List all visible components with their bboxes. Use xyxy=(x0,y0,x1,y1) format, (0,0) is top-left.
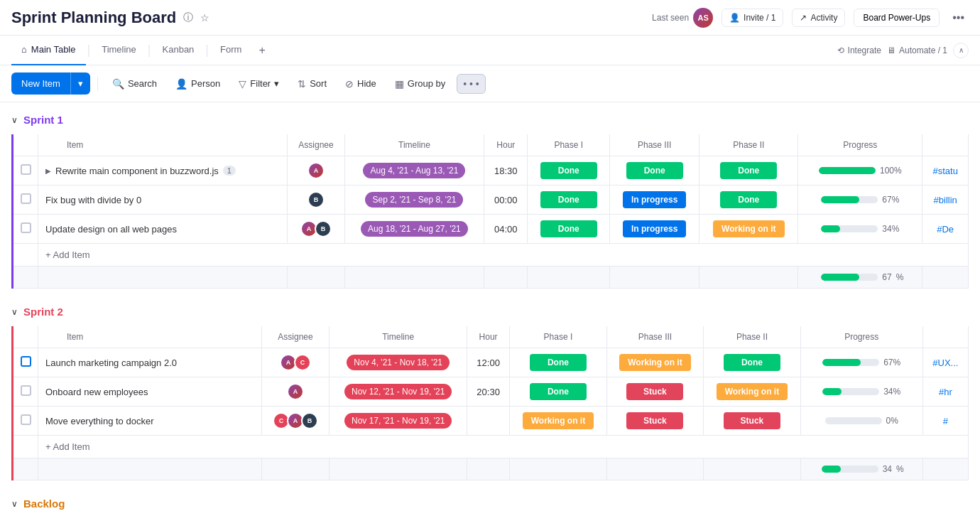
col-hour: Hour xyxy=(467,326,510,348)
board-title: Sprint Planning Board xyxy=(11,9,176,27)
phase1-badge: Working on it xyxy=(523,412,594,429)
header-right: Last seen AS 👤 Invite / 1 ↗ Activity Boa… xyxy=(652,8,969,28)
add-item-label[interactable]: + Add Item xyxy=(38,244,969,267)
nav-tabs-left: ⌂ Main Table | Timeline | Kanban | Form … xyxy=(11,36,273,65)
activity-button[interactable]: ↗ Activity xyxy=(792,9,845,27)
filter-label: Filter xyxy=(250,78,271,89)
row-checkbox[interactable] xyxy=(21,193,31,204)
info-icon[interactable]: ⓘ xyxy=(183,11,193,24)
hide-button[interactable]: ⊘ Hide xyxy=(338,74,383,94)
phase2-cell: Done xyxy=(704,348,801,377)
invite-label: Invite / 1 xyxy=(744,13,775,23)
phase3-badge: In progress xyxy=(623,220,686,237)
add-view-button[interactable]: + xyxy=(251,36,272,65)
star-icon[interactable]: ☆ xyxy=(200,12,209,23)
tab-kanban[interactable]: Kanban xyxy=(153,36,205,65)
progress-bar xyxy=(821,196,878,203)
hour-cell: 18:30 xyxy=(484,156,528,186)
sprint1-header[interactable]: ∨ Sprint 1 xyxy=(11,114,969,126)
col-phase3: Phase III xyxy=(610,134,699,156)
row-checkbox[interactable] xyxy=(21,414,31,425)
group-by-label: Group by xyxy=(408,78,445,89)
invite-button[interactable]: 👤 Invite / 1 xyxy=(722,9,783,27)
integrate-button[interactable]: ⟲ Integrate xyxy=(837,45,881,55)
progress-bar xyxy=(821,225,878,232)
timeline-cell: Sep 2, '21 - Sep 8, '21 xyxy=(344,186,484,215)
avatar: A xyxy=(287,383,304,400)
col-tag xyxy=(922,326,968,348)
add-item-row[interactable]: + Add Item xyxy=(13,244,969,267)
tab-divider-1: | xyxy=(87,43,91,58)
hour-cell xyxy=(467,407,510,436)
col-tag xyxy=(922,134,969,156)
phase2-cell: Working on it xyxy=(699,215,798,244)
sprint2-header[interactable]: ∨ Sprint 2 xyxy=(11,306,969,318)
phase2-badge: Working on it xyxy=(717,383,788,400)
group-by-icon: ▦ xyxy=(395,78,404,90)
tag-cell[interactable]: #De xyxy=(922,215,969,244)
collapse-nav-button[interactable]: ∧ xyxy=(953,43,969,58)
power-ups-button[interactable]: Board Power-Ups xyxy=(854,9,940,27)
tab-form-label: Form xyxy=(220,44,241,55)
row-checkbox[interactable] xyxy=(21,356,31,367)
sprint2-summary-row: 34% xyxy=(13,458,969,480)
tab-main-table[interactable]: ⌂ Main Table xyxy=(11,36,86,65)
timeline-pill: Aug 18, '21 - Aug 27, '21 xyxy=(361,221,468,237)
search-button[interactable]: 🔍 Search xyxy=(105,74,164,94)
progress-cell: 67% xyxy=(798,267,922,289)
phase1-cell: Done xyxy=(528,215,610,244)
item-name-text: Rewrite main component in buzzword.js xyxy=(55,166,219,176)
automate-button[interactable]: 🖥 Automate / 1 xyxy=(887,45,947,55)
new-item-chevron-icon[interactable]: ▾ xyxy=(70,72,90,95)
item-name-text: Fix bug with divide by 0 xyxy=(45,195,141,205)
row-checkbox[interactable] xyxy=(21,222,31,233)
progress-pct: 100% xyxy=(880,166,902,176)
timeline-cell: Nov 4, '21 - Nov 18, '21 xyxy=(330,348,467,377)
avatar: B xyxy=(301,412,318,429)
more-options-button[interactable]: ••• xyxy=(948,9,969,27)
hide-label: Hide xyxy=(357,78,376,89)
filter-chevron-icon: ▾ xyxy=(274,78,279,89)
row-checkbox[interactable] xyxy=(21,164,31,175)
phase1-cell: Done xyxy=(510,377,607,407)
search-icon: 🔍 xyxy=(112,78,124,90)
filter-button[interactable]: ▽ Filter ▾ xyxy=(232,74,286,94)
sprint2-table: Item Assignee Timeline Hour Phase I Phas… xyxy=(11,326,969,480)
assignee-cell: A B xyxy=(288,215,345,244)
content-area: ∨ Sprint 1 Item Assignee Timeline Hour P… xyxy=(0,102,980,516)
add-item-label[interactable]: + Add Item xyxy=(38,436,969,458)
backlog-title: Backlog xyxy=(23,498,65,510)
tag-cell[interactable]: # xyxy=(922,407,968,436)
expand-icon[interactable]: ▶ xyxy=(45,167,51,175)
phase3-cell: Working on it xyxy=(606,348,704,377)
person-button[interactable]: 👤 Person xyxy=(168,74,227,94)
sort-button[interactable]: ⇅ Sort xyxy=(290,74,334,94)
group-by-button[interactable]: ▦ Group by xyxy=(388,74,452,94)
hour-cell: 04:00 xyxy=(484,215,528,244)
table-row: Onboard new employees ⊕ A Nov 12, '21 - … xyxy=(13,377,969,407)
sprint1-header-row: Item Assignee Timeline Hour Phase I Phas… xyxy=(13,134,969,156)
tag-cell[interactable]: #UX... xyxy=(922,348,968,377)
backlog-header[interactable]: ∨ Backlog xyxy=(11,498,969,510)
more-tools-button[interactable]: • • • xyxy=(457,74,485,94)
phase3-badge: In progress xyxy=(623,191,686,208)
item-name-cell: Launch marketing campaign 2.0 ⊕ xyxy=(38,348,262,377)
activity-icon: ↗ xyxy=(800,13,807,23)
progress-pct: 34% xyxy=(883,387,900,397)
tag-cell[interactable]: #hr xyxy=(922,377,968,407)
col-assignee: Assignee xyxy=(288,134,345,156)
timeline-pill: Aug 4, '21 - Aug 13, '21 xyxy=(363,163,465,178)
tab-form[interactable]: Form xyxy=(210,36,251,65)
tab-timeline[interactable]: Timeline xyxy=(92,36,146,65)
phase2-cell: Done xyxy=(699,186,798,215)
tag-cell[interactable]: #statu xyxy=(922,156,969,186)
avatar: A xyxy=(307,162,325,179)
add-item-row[interactable]: + Add Item xyxy=(13,436,969,458)
new-item-button[interactable]: New Item ▾ xyxy=(11,72,90,95)
row-checkbox-cell[interactable] xyxy=(13,156,38,186)
tag-cell[interactable]: #billin xyxy=(922,186,969,215)
integrate-label: Integrate xyxy=(848,45,881,55)
progress-fill xyxy=(822,359,861,366)
item-name-cell: Onboard new employees ⊕ xyxy=(38,377,262,407)
row-checkbox[interactable] xyxy=(21,385,31,396)
